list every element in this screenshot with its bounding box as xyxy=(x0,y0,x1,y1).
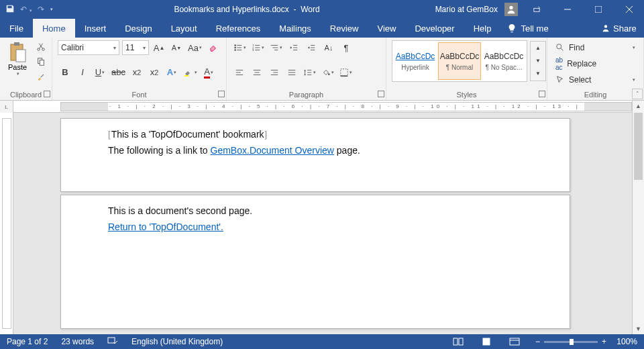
link-line[interactable]: The following is a link to GemBox.Docume… xyxy=(108,143,523,159)
print-layout-button[interactable] xyxy=(479,336,494,347)
save-icon[interactable] xyxy=(5,4,15,15)
page-2[interactable]: This is a document's second page. Return… xyxy=(60,195,570,329)
find-button[interactable]: Find▾ xyxy=(553,42,638,54)
clipboard-launcher[interactable] xyxy=(44,91,50,97)
user-avatar-icon[interactable] xyxy=(504,3,518,16)
page2-text[interactable]: This is a document's second page. xyxy=(108,203,523,219)
style-no-spacing[interactable]: AaBbCcDc¶ No Spac... xyxy=(482,42,525,80)
web-layout-button[interactable] xyxy=(507,336,522,347)
sort-button[interactable]: A↓ xyxy=(321,40,336,55)
tab-layout[interactable]: Layout xyxy=(162,19,207,38)
tab-review[interactable]: Review xyxy=(321,19,368,38)
multilevel-button[interactable]: ▾ xyxy=(268,40,284,55)
grow-font-button[interactable]: A▲ xyxy=(152,40,166,55)
clear-format-button[interactable] xyxy=(206,40,221,55)
zoom-in-button[interactable]: + xyxy=(602,337,606,346)
maximize-button[interactable] xyxy=(586,0,610,19)
paragraph-launcher[interactable] xyxy=(378,91,384,97)
user-name[interactable]: Mario at GemBox xyxy=(435,5,498,14)
highlight-button[interactable]: ▾ xyxy=(182,65,199,80)
text-effects-button[interactable]: A▾ xyxy=(164,65,179,80)
language-indicator[interactable]: English (United Kingdom) xyxy=(131,337,223,346)
vertical-ruler[interactable] xyxy=(0,113,13,334)
strikethrough-button[interactable]: abc xyxy=(110,65,127,80)
zoom-out-button[interactable]: − xyxy=(535,337,540,346)
word-count[interactable]: 23 words xyxy=(61,337,94,346)
horizontal-ruler[interactable]: L · 1 · | · 2 · | · 3 · | · 4 · | · 5 · … xyxy=(0,101,644,113)
share-button[interactable]: Share xyxy=(601,19,644,38)
tab-home[interactable]: Home xyxy=(33,19,75,38)
show-marks-button[interactable]: ¶ xyxy=(339,40,354,55)
styles-gallery[interactable]: AaBbCcDcHyperlink AaBbCcDc¶ Normal AaBbC… xyxy=(392,40,527,82)
page-indicator[interactable]: Page 1 of 2 xyxy=(7,337,48,346)
styles-scroll-up[interactable]: ▲ xyxy=(531,42,545,54)
scroll-up-button[interactable]: ▲ xyxy=(633,101,644,111)
tab-developer[interactable]: Developer xyxy=(405,19,464,38)
bullets-button[interactable]: ▾ xyxy=(232,40,248,55)
styles-expand[interactable]: ▼ xyxy=(531,67,545,80)
tab-selector[interactable]: L xyxy=(0,101,13,113)
styles-group-label: Styles xyxy=(457,91,477,99)
close-button[interactable] xyxy=(617,0,641,19)
superscript-button[interactable]: x2 xyxy=(147,65,162,80)
style-hyperlink[interactable]: AaBbCcDcHyperlink xyxy=(394,42,437,80)
spellcheck-icon[interactable] xyxy=(107,336,118,348)
justify-button[interactable] xyxy=(284,65,299,80)
tell-me-search[interactable]: Tell me xyxy=(500,19,555,38)
qat-customize-icon[interactable]: ▾ xyxy=(50,7,53,12)
paste-button[interactable]: Paste▾ xyxy=(5,40,30,78)
borders-button[interactable]: ▾ xyxy=(338,65,354,80)
return-bookmark-link[interactable]: Return to 'TopOfDocument'. xyxy=(108,221,223,232)
select-button[interactable]: Select▾ xyxy=(553,74,638,86)
page-1[interactable]: [This is a 'TopOfDocument' bookmark] The… xyxy=(60,118,570,192)
replace-button[interactable]: abacReplace xyxy=(553,55,638,72)
ribbon-options-icon[interactable] xyxy=(525,0,549,19)
tab-view[interactable]: View xyxy=(368,19,405,38)
styles-launcher[interactable] xyxy=(539,91,545,97)
tab-design[interactable]: Design xyxy=(115,19,161,38)
numbering-button[interactable]: 123▾ xyxy=(250,40,266,55)
zoom-slider[interactable] xyxy=(544,341,598,343)
shrink-font-button[interactable]: A▼ xyxy=(169,40,184,55)
increase-indent-button[interactable] xyxy=(304,40,319,55)
collapse-ribbon-button[interactable]: ˄ xyxy=(632,89,643,99)
tab-references[interactable]: References xyxy=(207,19,270,38)
scroll-down-button[interactable]: ▼ xyxy=(633,323,644,334)
subscript-button[interactable]: x2 xyxy=(129,65,144,80)
undo-icon[interactable]: ↶ ▾ xyxy=(20,5,32,14)
read-mode-button[interactable] xyxy=(451,336,466,347)
style-normal[interactable]: AaBbCcDc¶ Normal xyxy=(438,42,481,80)
line-spacing-button[interactable]: ▾ xyxy=(302,65,317,80)
gembox-overview-link[interactable]: GemBox.Document Overview xyxy=(211,145,334,156)
font-name-combo[interactable]: Calibri▾ xyxy=(58,40,119,55)
editing-group-label: Editing xyxy=(584,91,607,99)
minimize-button[interactable] xyxy=(555,0,580,19)
tab-mailings[interactable]: Mailings xyxy=(270,19,321,38)
align-center-button[interactable] xyxy=(250,65,264,80)
font-color-button[interactable]: A▾ xyxy=(201,65,216,80)
format-painter-button[interactable] xyxy=(34,70,48,83)
zoom-level[interactable]: 100% xyxy=(610,337,637,346)
decrease-indent-button[interactable] xyxy=(286,40,301,55)
shading-button[interactable]: ▾ xyxy=(320,65,335,80)
bold-button[interactable]: B xyxy=(58,65,72,80)
font-size-combo[interactable]: 11▾ xyxy=(122,40,149,55)
italic-button[interactable]: I xyxy=(75,65,90,80)
bookmark-line[interactable]: [This is a 'TopOfDocument' bookmark] xyxy=(108,127,523,143)
tab-file[interactable]: File xyxy=(0,19,33,38)
align-right-button[interactable] xyxy=(267,65,282,80)
underline-button[interactable]: U▾ xyxy=(93,65,107,80)
vertical-scrollbar[interactable]: ▲ ▼ xyxy=(632,101,644,334)
align-left-button[interactable] xyxy=(232,65,247,80)
styles-scroll-down[interactable]: ▼ xyxy=(531,54,545,67)
copy-button[interactable] xyxy=(34,55,48,68)
document-area[interactable]: [This is a 'TopOfDocument' bookmark] The… xyxy=(0,113,632,334)
tab-help[interactable]: Help xyxy=(464,19,501,38)
change-case-button[interactable]: Aa▾ xyxy=(186,40,203,55)
cut-button[interactable] xyxy=(34,40,48,54)
svg-rect-13 xyxy=(40,60,44,65)
redo-icon[interactable]: ↷ xyxy=(38,5,44,14)
font-launcher[interactable] xyxy=(218,91,225,97)
tab-insert[interactable]: Insert xyxy=(75,19,116,38)
scroll-thumb[interactable] xyxy=(634,113,643,180)
